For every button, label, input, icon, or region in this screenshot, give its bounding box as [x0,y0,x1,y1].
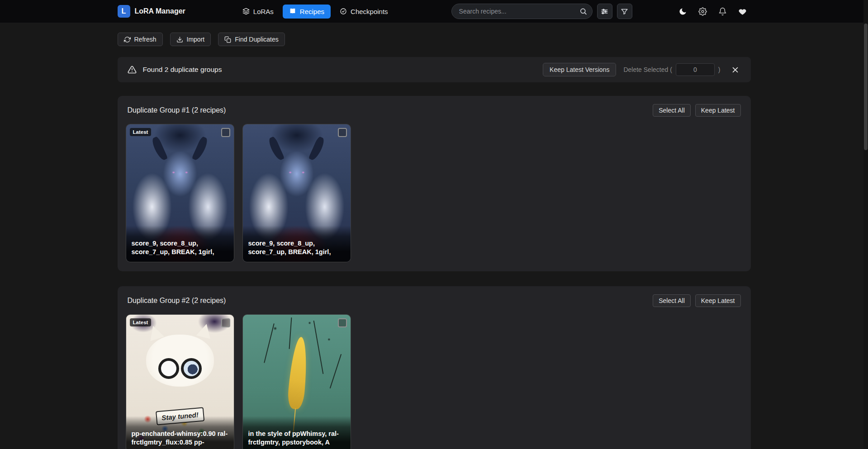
main-content: Refresh Import Find Duplicates Found 2 d… [118,33,751,449]
tab-recipes[interactable]: Recipes [283,5,331,19]
twig-shape [330,354,342,389]
banner-actions: Keep Latest Versions Delete Selected ( ) [543,63,740,76]
settings-button[interactable] [695,3,711,19]
delete-selected-prefix: Delete Selected ( [623,66,672,73]
theme-toggle-button[interactable] [675,3,691,19]
sliders-icon [601,8,608,15]
delete-count-input[interactable] [676,63,715,76]
refresh-button[interactable]: Refresh [118,33,163,46]
filter-button[interactable] [617,4,632,19]
recipe-select-checkbox[interactable] [221,128,230,137]
group-1-keep-latest-button[interactable]: Keep Latest [695,104,741,117]
recipe-select-checkbox[interactable] [338,128,347,137]
bell-icon [718,7,727,16]
refresh-icon [124,36,131,43]
heart-icon [738,7,747,16]
recipe-card[interactable]: score_9, score_8_up, score_7_up, BREAK, … [242,124,351,262]
group-1-actions: Select All Keep Latest [653,104,740,117]
group-2-select-all-button[interactable]: Select All [653,294,691,307]
feather-shape [287,336,309,410]
support-button[interactable] [735,3,751,19]
book-icon [289,8,296,15]
import-button[interactable]: Import [170,33,211,46]
search [451,4,593,19]
group-2-title: Duplicate Group #2 (2 recipes) [128,297,226,305]
duplicates-banner: Found 2 duplicate groups Keep Latest Ver… [118,57,751,82]
search-input[interactable] [451,4,593,19]
banner-message: Found 2 duplicate groups [143,66,222,74]
tab-loras[interactable]: LoRAs [236,5,280,19]
group-2-cards: Stay tuned! Latest pp-enchanted-whimsy:0… [126,314,743,449]
scrollbar[interactable] [863,0,868,449]
tab-loras-label: LoRAs [253,8,274,15]
duplicate-group-2: Duplicate Group #2 (2 recipes) Select Al… [118,286,751,449]
import-icon [176,36,183,43]
duplicate-group-1: Duplicate Group #1 (2 recipes) Select Al… [118,96,751,271]
copy-icon [224,36,231,43]
group-2-keep-latest-button[interactable]: Keep Latest [695,294,741,307]
recipe-select-checkbox[interactable] [338,318,347,327]
twig-shape [313,321,324,374]
cat-glasses [158,358,202,379]
brand[interactable]: L LoRA Manager [118,5,185,18]
tab-checkpoints-label: Checkpoints [351,8,388,15]
funnel-icon [621,8,628,15]
close-icon [731,66,739,74]
scrollbar-thumb[interactable] [864,24,868,150]
latest-badge: Latest [130,128,152,136]
recipe-card[interactable]: Stay tuned! Latest pp-enchanted-whimsy:0… [126,314,234,449]
keep-latest-versions-button[interactable]: Keep Latest Versions [543,63,616,76]
refresh-label: Refresh [134,36,157,43]
group-2-actions: Select All Keep Latest [653,294,740,307]
app-title: LoRA Manager [135,7,185,15]
find-duplicates-label: Find Duplicates [235,36,279,43]
group-1-select-all-button[interactable]: Select All [653,104,691,117]
recipe-caption: in the style of ppWhimsy, ral-frctlgmtry… [243,416,351,449]
navbar-actions [675,3,751,19]
layers-icon [242,8,250,15]
group-1-cards: Latest score_9, score_8_up, score_7_up, … [126,124,743,262]
toolbar: Refresh Import Find Duplicates [118,33,751,46]
recipe-card[interactable]: Latest score_9, score_8_up, score_7_up, … [126,124,234,262]
delete-selected-suffix: ) [718,66,721,73]
main-nav: LoRAs Recipes Checkpoints [236,5,394,19]
recipe-card[interactable]: in the style of ppWhimsy, ral-frctlgmtry… [242,314,351,449]
import-label: Import [187,36,205,43]
checkpoint-icon [340,8,347,15]
search-button[interactable] [579,7,588,16]
notifications-button[interactable] [715,3,731,19]
twig-shape [264,323,275,363]
banner-close-button[interactable] [730,64,741,76]
tab-checkpoints[interactable]: Checkpoints [333,5,394,19]
latest-badge: Latest [130,318,152,326]
search-icon [579,8,587,15]
delete-selected-control: Delete Selected ( ) [623,63,720,76]
gear-icon [698,7,707,16]
find-duplicates-button[interactable]: Find Duplicates [218,33,285,46]
recipe-caption: score_9, score_8_up, score_7_up, BREAK, … [126,226,234,262]
group-1-title: Duplicate Group #1 (2 recipes) [128,106,226,114]
recipe-caption: pp-enchanted-whimsy:0.90 ral-frctlgmtry_… [126,416,234,449]
app-logo-icon: L [118,5,130,18]
group-2-header: Duplicate Group #2 (2 recipes) Select Al… [126,293,743,308]
warning-icon [128,65,137,74]
recipe-select-checkbox[interactable] [221,318,230,327]
navbar: L LoRA Manager LoRAs Recipes Checkpoints [0,0,868,23]
moon-icon [678,7,687,16]
twig-shape [289,317,292,349]
sort-options-button[interactable] [597,4,612,19]
recipe-caption: score_9, score_8_up, score_7_up, BREAK, … [243,226,351,262]
navbar-inner: L LoRA Manager LoRAs Recipes Checkpoints [118,0,751,23]
group-1-header: Duplicate Group #1 (2 recipes) Select Al… [126,103,743,118]
cat-ear [196,322,213,339]
tab-recipes-label: Recipes [300,8,324,15]
